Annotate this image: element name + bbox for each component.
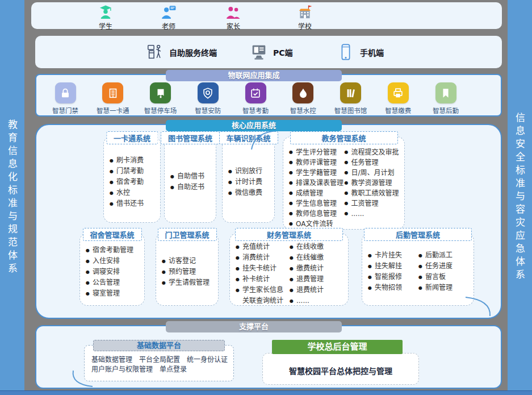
box-title: 一卡通系统 bbox=[106, 131, 158, 144]
terminal-kiosk: 自助服务终端 bbox=[146, 43, 217, 61]
bullet-icon: ● bbox=[345, 198, 349, 209]
user-parents: 家长 bbox=[213, 5, 253, 31]
bullet-icon: ● bbox=[345, 168, 349, 178]
feature-list: ●学生评分管理●教师评课管理●学生学籍管理●排课及课表管理●成绩管理●学生信息管… bbox=[289, 147, 345, 229]
school-backoffice-content: 智慧校园平台总体把控与管理 bbox=[289, 365, 392, 376]
list-item: ●工资管理 bbox=[345, 198, 400, 209]
list-item-label: 挂失解挂 bbox=[375, 261, 418, 272]
feature-list: ●刷卡消费●门禁考勤●宿舍考勤●水控●借书还书 bbox=[110, 155, 156, 209]
bullet-icon: ● bbox=[236, 274, 240, 285]
iot-parking: 智慧停车场 bbox=[139, 82, 182, 115]
list-item-label: 门禁考勤 bbox=[116, 166, 156, 177]
list-item-label: 教职工绩效管理 bbox=[351, 188, 400, 198]
list-item: ●水控 bbox=[110, 188, 156, 198]
terminal-pc: PC端 bbox=[250, 43, 293, 61]
bookmark-icon bbox=[435, 82, 456, 103]
list-item-label: 日/周、月计划 bbox=[351, 168, 400, 178]
bullet-icon: ● bbox=[290, 274, 294, 285]
list-item-label: 任务进度 bbox=[425, 261, 469, 272]
feature-list: ●流程提交及审批●任务管理●日/周、月计划●教学资源管理●教职工绩效管理●工资管… bbox=[345, 147, 400, 229]
list-item-label: 充值统计 bbox=[242, 242, 290, 252]
list-item-label: 水控 bbox=[116, 188, 156, 198]
bullet-icon: ● bbox=[170, 171, 174, 182]
bullet-icon: ● bbox=[368, 272, 372, 282]
bullet-icon: ● bbox=[170, 182, 174, 193]
calendar-icon bbox=[245, 82, 266, 103]
diagram-content: 学生 老师 bbox=[24, 0, 508, 395]
list-item-label: 卡片挂失 bbox=[375, 250, 418, 261]
bullet-icon: ● bbox=[289, 198, 293, 209]
list-item-label: 留言板 bbox=[425, 272, 469, 282]
list-item-label: 识别放行 bbox=[235, 166, 270, 177]
bullet-icon: ● bbox=[86, 277, 90, 288]
parents-icon bbox=[213, 5, 253, 20]
bullet-icon: ● bbox=[289, 168, 293, 178]
bullet-icon: ● bbox=[110, 166, 114, 177]
list-item: ●教师信息管理 bbox=[289, 209, 345, 219]
bullet-icon: ● bbox=[86, 288, 90, 299]
bullet-icon: ● bbox=[236, 285, 240, 306]
list-item: ●门禁考勤 bbox=[110, 166, 156, 177]
iot-access-control: 智慧门禁 bbox=[44, 82, 87, 115]
books-icon bbox=[340, 82, 361, 103]
bullet-icon: ● bbox=[289, 209, 293, 219]
list-item: ●流程提交及审批 bbox=[345, 147, 400, 157]
bullet-icon: ● bbox=[236, 252, 240, 263]
list-item-label: 任务管理 bbox=[351, 157, 400, 168]
list-item: ●计时计费 bbox=[228, 177, 270, 188]
left-standards-bar: 教育信息化标准与规范体系 bbox=[0, 0, 24, 395]
bullet-icon: ● bbox=[110, 177, 114, 188]
list-item-label: 学生信息管理 bbox=[296, 198, 345, 209]
list-item-label: 预约管理 bbox=[169, 267, 213, 277]
bullet-icon: ● bbox=[345, 157, 349, 168]
box-title: 后勤管理系统 bbox=[364, 228, 472, 241]
list-item: ●学生信息管理 bbox=[289, 198, 345, 209]
list-item: ●...... bbox=[290, 296, 344, 306]
list-item-label: 排课及课表管理 bbox=[296, 178, 345, 188]
list-item: ●缴费统计 bbox=[290, 263, 344, 274]
list-item-label: 退费管理 bbox=[296, 274, 344, 285]
list-item: ●智能报修 bbox=[368, 272, 418, 282]
core-section-header: 核心应用系统 bbox=[166, 120, 342, 131]
box-title: 教务管理系统 bbox=[290, 131, 397, 144]
support-section-header: 支撑平台 bbox=[166, 321, 342, 332]
iot-section-header: 物联网应用集成 bbox=[166, 70, 342, 81]
base-data-platform-box: 基础数据平台 基础数据管理 平台全局配置 统一身份认证 用户账户与权限管理 单点… bbox=[84, 345, 234, 381]
list-item-label: 自助借书 bbox=[177, 171, 211, 182]
list-item-label: 成绩管理 bbox=[296, 188, 345, 198]
list-item-label: 借书还书 bbox=[116, 198, 156, 209]
bullet-icon: ● bbox=[162, 277, 166, 288]
list-item-label: 自助还书 bbox=[177, 182, 211, 193]
list-item: ●消费统计 bbox=[236, 252, 290, 263]
bullet-icon: ● bbox=[236, 263, 240, 274]
list-item: ●借书还书 bbox=[110, 198, 156, 209]
system-box-library: 图书管理系统 ●自助借书●自助还书 bbox=[164, 136, 216, 223]
bullet-icon: ● bbox=[290, 296, 294, 306]
right-standards-bar: 信息安全标准与容灾应急体系 bbox=[508, 0, 532, 395]
connector-curve bbox=[69, 369, 94, 388]
bullet-icon: ● bbox=[162, 267, 166, 277]
list-item-label: 退费统计 bbox=[296, 285, 344, 296]
bullet-icon: ● bbox=[345, 209, 349, 219]
terminals-panel: 自助服务终端 PC端 bbox=[35, 36, 502, 68]
base-line-2: 用户账户与权限管理 单点登录 bbox=[91, 365, 229, 375]
list-item-label: 挂失卡统计 bbox=[242, 263, 290, 274]
bullet-icon: ● bbox=[345, 147, 349, 157]
pc-icon bbox=[250, 43, 268, 61]
list-item: ●退费管理 bbox=[290, 274, 344, 285]
list-item: ●预约管理 bbox=[162, 267, 213, 277]
feature-list: ●宿舍考勤管理●入住安排●调寝安排●公告管理●寝室管理 bbox=[86, 245, 140, 299]
printer-icon bbox=[388, 82, 409, 103]
iot-attendance: 智慧考勤 bbox=[234, 82, 277, 115]
base-line-1: 基础数据管理 平台全局配置 统一身份认证 bbox=[91, 355, 229, 365]
bullet-icon: ● bbox=[110, 188, 114, 198]
list-item: ●识别放行 bbox=[228, 166, 270, 177]
bullet-icon: ● bbox=[110, 155, 114, 166]
list-item-label: 计时计费 bbox=[235, 177, 270, 188]
user-label: 家长 bbox=[213, 21, 253, 31]
bullet-icon: ● bbox=[228, 177, 232, 188]
support-platform-panel: 支撑平台 基础数据平台 基础数据管理 平台全局配置 统一身份认证 用户账户与权限… bbox=[35, 325, 502, 389]
iot-onecard: 智慧一卡通 bbox=[91, 82, 135, 115]
list-item: ●自助借书 bbox=[170, 171, 211, 182]
list-item-label: 在线催缴 bbox=[296, 252, 344, 263]
